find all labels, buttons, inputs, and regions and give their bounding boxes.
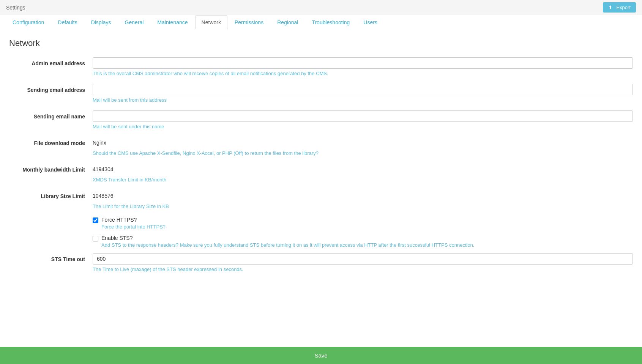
admin-email-group: Admin email address This is the overall … [9,57,633,76]
library-size-help: The Limit for the Library Size in KB [93,203,633,209]
page-heading: Network [9,38,633,48]
tabs-bar: Configuration Defaults Displays General … [0,15,642,29]
file-download-help: Should the CMS use Apache X-Sendfile, Ng… [93,150,633,156]
bandwidth-label: Monthly bandwidth Limit [9,164,93,173]
export-icon [608,5,614,10]
sending-email-help: Mail will be sent from this address [93,97,633,103]
file-download-group: File download mode Nginx Should the CMS … [9,137,633,156]
tab-maintenance[interactable]: Maintenance [151,15,194,29]
force-https-checkbox[interactable] [93,217,98,223]
main-content: Network Admin email address This is the … [0,29,642,310]
library-size-value: 1048576 [93,190,633,202]
bandwidth-value: 4194304 [93,164,633,175]
tab-configuration[interactable]: Configuration [6,15,50,29]
sending-name-group: Sending email name Mail will be sent und… [9,110,633,129]
tab-network[interactable]: Network [195,15,227,29]
tab-users[interactable]: Users [357,15,384,29]
page-title-topbar: Settings [6,5,25,11]
enable-sts-label: Enable STS? [101,235,474,241]
tab-general[interactable]: General [118,15,150,29]
tab-displays[interactable]: Displays [85,15,118,29]
library-size-label: Library Size Limit [9,190,93,199]
sending-email-label: Sending email address [9,84,93,93]
tab-regional[interactable]: Regional [271,15,304,29]
sts-timeout-help: The Time to Live (maxage) of the STS hea… [93,266,633,272]
library-size-group: Library Size Limit 1048576 The Limit for… [9,190,633,209]
sending-email-group: Sending email address Mail will be sent … [9,84,633,103]
sts-timeout-input[interactable] [93,253,633,265]
sending-email-input[interactable] [93,84,633,95]
force-https-help: Force the portal into HTTPS? [101,224,166,230]
file-download-value: Nginx [93,137,633,148]
force-https-group: Force HTTPS? Force the portal into HTTPS… [9,217,633,230]
top-bar: Settings Export [0,0,642,15]
enable-sts-help: Add STS to the response headers? Make su… [101,242,474,248]
export-button[interactable]: Export [603,2,636,13]
enable-sts-checkbox[interactable] [93,236,98,241]
force-https-label: Force HTTPS? [101,217,166,223]
sts-timeout-group: STS Time out The Time to Live (maxage) o… [9,253,633,272]
admin-email-help: This is the overall CMS adminstrator who… [93,71,633,76]
tab-troubleshooting[interactable]: Troubleshooting [305,15,356,29]
sts-timeout-label: STS Time out [9,253,93,262]
bandwidth-group: Monthly bandwidth Limit 4194304 XMDS Tra… [9,164,633,183]
admin-email-input[interactable] [93,57,633,69]
tab-defaults[interactable]: Defaults [51,15,84,29]
sending-name-label: Sending email name [9,110,93,120]
enable-sts-group: Enable STS? Add STS to the response head… [9,235,633,248]
file-download-label: File download mode [9,137,93,146]
sending-name-input[interactable] [93,110,633,122]
sending-name-help: Mail will be sent under this name [93,124,633,129]
tab-permissions[interactable]: Permissions [228,15,270,29]
bandwidth-help: XMDS Transfer Limit in KB/month [93,177,633,183]
admin-email-label: Admin email address [9,57,93,66]
